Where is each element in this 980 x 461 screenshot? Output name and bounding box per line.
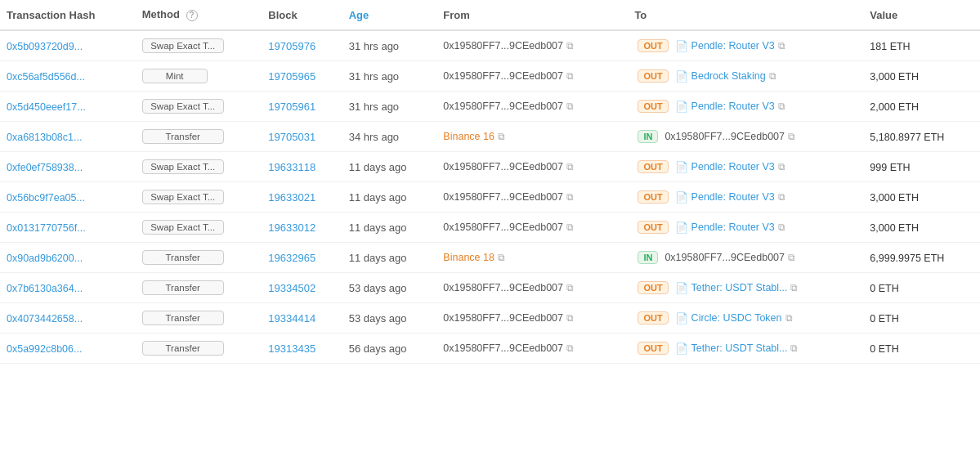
table-row: 0x56bc9f7ea05...Swap Exact T...196330211… xyxy=(0,182,980,213)
tx-hash-link[interactable]: 0x0131770756f... xyxy=(7,222,86,234)
direction-badge: OUT xyxy=(638,39,668,52)
tx-hash-link[interactable]: 0x5b093720d9... xyxy=(7,41,83,52)
contract-icon: 📄 xyxy=(675,222,688,234)
value-text: 3,000 ETH xyxy=(870,192,919,204)
block-link[interactable]: 19705961 xyxy=(268,101,315,113)
copy-from-icon[interactable]: ⧉ xyxy=(566,282,574,293)
copy-to-icon[interactable]: ⧉ xyxy=(788,252,795,263)
from-address: 0x19580FF7...9CEedb007 xyxy=(443,40,563,51)
copy-from-icon[interactable]: ⧉ xyxy=(498,131,505,142)
copy-from-icon[interactable]: ⧉ xyxy=(566,101,574,112)
copy-from-icon[interactable]: ⧉ xyxy=(566,342,574,354)
block-link[interactable]: 19705965 xyxy=(268,70,315,83)
tx-hash-link[interactable]: 0x90ad9b6200... xyxy=(7,253,83,264)
direction-badge: OUT xyxy=(638,342,668,355)
from-named-link[interactable]: Binance 18 xyxy=(443,252,494,263)
direction-badge: IN xyxy=(638,130,658,143)
copy-from-icon[interactable]: ⧉ xyxy=(566,40,574,51)
from-address: 0x19580FF7...9CEedb007 xyxy=(443,282,563,293)
direction-badge: OUT xyxy=(638,221,668,234)
value-text: 2,000 ETH xyxy=(870,101,919,113)
value-text: 0 ETH xyxy=(870,313,898,324)
to-address: 0x19580FF7...9CEedb007 xyxy=(665,131,785,142)
copy-from-icon[interactable]: ⧉ xyxy=(566,70,574,82)
block-link[interactable]: 19334502 xyxy=(268,282,315,294)
col-header-age: Age xyxy=(342,0,437,30)
value-text: 6,999.9975 ETH xyxy=(870,253,944,264)
copy-from-icon[interactable]: ⧉ xyxy=(566,222,574,233)
method-badge: Swap Exact T... xyxy=(142,159,224,174)
copy-to-icon[interactable]: ⧉ xyxy=(790,342,798,354)
copy-from-icon[interactable]: ⧉ xyxy=(498,252,505,263)
tx-hash-link[interactable]: 0xc56af5d556d... xyxy=(7,71,85,83)
to-contract-link[interactable]: Bedrock Staking xyxy=(691,70,766,82)
from-address: 0x19580FF7...9CEedb007 xyxy=(443,161,563,172)
block-link[interactable]: 19633012 xyxy=(268,222,315,234)
tx-hash-link[interactable]: 0x5d450eeef17... xyxy=(7,101,86,113)
value-text: 3,000 ETH xyxy=(870,71,919,83)
age-text: 34 hrs ago xyxy=(349,131,399,143)
age-text: 31 hrs ago xyxy=(349,40,399,52)
to-contract-link[interactable]: Pendle: Router V3 xyxy=(691,191,775,203)
method-badge: Mint xyxy=(142,69,208,83)
method-badge: Swap Exact T... xyxy=(142,38,224,53)
from-named-link[interactable]: Binance 16 xyxy=(443,131,494,142)
block-link[interactable]: 19705976 xyxy=(268,40,315,52)
copy-to-icon[interactable]: ⧉ xyxy=(778,191,785,203)
copy-to-icon[interactable]: ⧉ xyxy=(790,282,798,293)
copy-to-icon[interactable]: ⧉ xyxy=(769,70,776,82)
copy-from-icon[interactable]: ⧉ xyxy=(566,312,574,324)
contract-icon: 📄 xyxy=(675,101,688,113)
age-text: 11 days ago xyxy=(349,222,407,234)
col-header-txhash: Transaction Hash xyxy=(0,0,136,30)
contract-icon: 📄 xyxy=(675,161,688,173)
from-address: 0x19580FF7...9CEedb007 xyxy=(443,101,563,112)
table-row: 0x5d450eeef17...Swap Exact T...197059613… xyxy=(0,92,980,122)
value-text: 5,180.8977 ETH xyxy=(870,132,944,143)
to-contract-link[interactable]: Tether: USDT Stabl... xyxy=(691,282,788,293)
copy-from-icon[interactable]: ⧉ xyxy=(566,191,574,203)
direction-badge: OUT xyxy=(638,311,668,324)
from-address: 0x19580FF7...9CEedb007 xyxy=(443,342,563,354)
to-contract-link[interactable]: Pendle: Router V3 xyxy=(691,101,775,112)
copy-to-icon[interactable]: ⧉ xyxy=(788,131,795,142)
tx-hash-link[interactable]: 0x5a992c8b06... xyxy=(7,343,82,355)
copy-to-icon[interactable]: ⧉ xyxy=(778,40,785,51)
to-contract-link[interactable]: Circle: USDC Token xyxy=(691,312,782,324)
table-row: 0x5b093720d9...Swap Exact T...1970597631… xyxy=(0,30,980,61)
contract-icon: 📄 xyxy=(675,282,688,294)
copy-to-icon[interactable]: ⧉ xyxy=(778,161,785,172)
col-header-value: Value xyxy=(863,0,980,30)
from-address: 0x19580FF7...9CEedb007 xyxy=(443,312,563,324)
block-link[interactable]: 19705031 xyxy=(268,131,315,143)
tx-hash-link[interactable]: 0xa6813b08c1... xyxy=(7,132,82,143)
copy-to-icon[interactable]: ⧉ xyxy=(778,101,785,112)
block-link[interactable]: 19632965 xyxy=(268,252,315,264)
to-contract-link[interactable]: Tether: USDT Stabl... xyxy=(691,342,788,354)
to-contract-link[interactable]: Pendle: Router V3 xyxy=(691,40,775,51)
age-text: 31 hrs ago xyxy=(349,101,399,113)
method-badge: Swap Exact T... xyxy=(142,99,224,114)
method-badge: Transfer xyxy=(142,311,224,325)
tx-hash-link[interactable]: 0x4073442658... xyxy=(7,313,83,324)
tx-hash-link[interactable]: 0x7b6130a364... xyxy=(7,283,83,294)
block-link[interactable]: 19334414 xyxy=(268,312,315,324)
method-info-icon[interactable]: ? xyxy=(186,10,198,21)
age-text: 11 days ago xyxy=(349,191,407,204)
block-link[interactable]: 19633118 xyxy=(268,161,315,173)
copy-to-icon[interactable]: ⧉ xyxy=(778,222,785,233)
table-row: 0x7b6130a364...Transfer1933450253 days a… xyxy=(0,273,980,303)
value-text: 0 ETH xyxy=(870,343,898,355)
copy-from-icon[interactable]: ⧉ xyxy=(566,161,574,172)
method-badge: Transfer xyxy=(142,341,224,356)
contract-icon: 📄 xyxy=(675,70,688,83)
copy-to-icon[interactable]: ⧉ xyxy=(785,312,793,324)
age-text: 31 hrs ago xyxy=(349,70,399,83)
to-contract-link[interactable]: Pendle: Router V3 xyxy=(691,222,775,233)
block-link[interactable]: 19313435 xyxy=(268,342,315,355)
block-link[interactable]: 19633021 xyxy=(268,191,315,204)
value-text: 0 ETH xyxy=(870,283,898,294)
to-contract-link[interactable]: Pendle: Router V3 xyxy=(691,161,775,172)
tx-hash-link[interactable]: 0x56bc9f7ea05... xyxy=(7,192,85,204)
tx-hash-link[interactable]: 0xfe0ef758938... xyxy=(7,162,83,173)
